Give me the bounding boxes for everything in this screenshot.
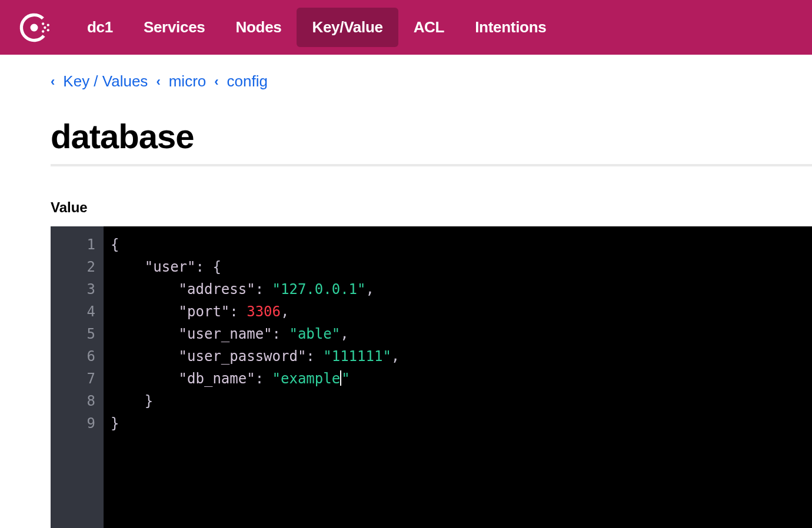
punct: : [255,281,272,298]
breadcrumb-link-config[interactable]: config [227,72,268,91]
line-no: 1 [51,233,95,256]
svg-point-1 [31,24,38,31]
svg-point-5 [47,24,49,26]
svg-point-4 [42,30,44,32]
nav-item-keyvalue[interactable]: Key/Value [297,8,398,47]
page-title: database [51,116,812,156]
brace: { [111,236,119,253]
line-no: 7 [51,367,95,390]
nav-item-acl[interactable]: ACL [398,8,460,47]
consul-logo-icon [18,11,51,44]
punct: , [366,281,374,298]
punct: : { [196,259,221,275]
line-no: 5 [51,323,95,345]
nav-item-dc1[interactable]: dc1 [72,8,128,47]
line-no: 8 [51,390,95,412]
line-no: 6 [51,345,95,367]
line-no: 4 [51,300,95,323]
line-no: 2 [51,256,95,278]
svg-point-2 [42,22,44,25]
breadcrumb: ‹ Key / Values ‹ micro ‹ config [51,72,812,91]
string-value: "111111" [323,348,391,365]
top-nav: dc1 Services Nodes Key/Value ACL Intenti… [0,0,812,55]
string-value: "example [272,370,341,387]
breadcrumb-link-micro[interactable]: micro [169,72,207,91]
line-no: 9 [51,412,95,435]
breadcrumb-link-keyvalues[interactable]: Key / Values [63,72,148,91]
svg-point-3 [44,26,46,28]
line-no: 3 [51,278,95,300]
punct: , [340,326,348,342]
key: "user" [145,259,196,275]
number-value: 3306 [247,303,281,320]
content: ‹ Key / Values ‹ micro ‹ config database… [0,55,812,528]
punct: , [391,348,400,365]
value-label: Value [51,199,812,216]
nav-item-services[interactable]: Services [128,8,221,47]
nav-items: dc1 Services Nodes Key/Value ACL Intenti… [72,8,561,47]
punct: : [272,326,289,342]
punct: : [255,370,272,387]
nav-item-intentions[interactable]: Intentions [460,8,561,47]
key: "user_name" [179,326,272,342]
chevron-left-icon: ‹ [51,74,55,89]
brace: } [111,415,119,432]
code-area[interactable]: { "user": { "address": "127.0.0.1", "por… [104,226,400,528]
string-value: "127.0.0.1" [272,281,366,298]
string-value: "able" [289,326,340,342]
key: "user_password" [179,348,307,365]
divider [51,164,812,166]
code-editor[interactable]: 1 2 3 4 5 6 7 8 9 { "user": { "address":… [51,226,812,528]
brace: } [145,393,153,409]
chevron-left-icon: ‹ [156,74,160,89]
string-value: " [341,370,350,387]
key: "port" [179,303,230,320]
nav-item-nodes[interactable]: Nodes [221,8,297,47]
key: "address" [179,281,255,298]
punct: , [281,303,289,320]
key: "db_name" [179,370,255,387]
punct: : [229,303,247,320]
chevron-left-icon: ‹ [214,74,218,89]
line-gutter: 1 2 3 4 5 6 7 8 9 [51,226,104,528]
svg-point-6 [47,29,49,31]
punct: : [306,348,323,365]
